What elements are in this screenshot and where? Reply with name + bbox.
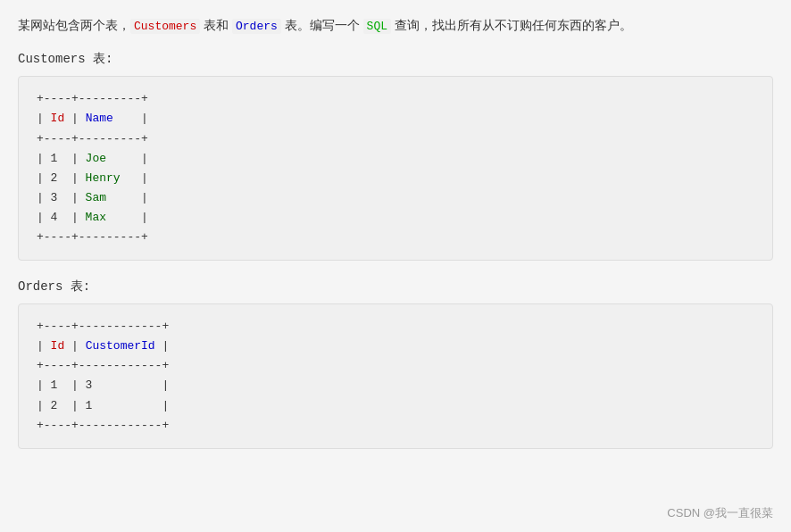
orders-title-suffix: 表: — [62, 279, 90, 294]
orders-table-pre: +----+------------+ | Id | CustomerId | … — [37, 317, 754, 436]
intro-text-middle2: 表。编写一个 — [281, 18, 363, 32]
orders-table-box: +----+------------+ | Id | CustomerId | … — [18, 303, 773, 449]
watermark-text: CSDN @我一直很菜 — [667, 506, 773, 520]
intro-paragraph: 某网站包含两个表，Customers 表和 Orders 表。编写一个 SQL … — [18, 14, 773, 37]
orders-section: Orders 表: +----+------------+ | Id | Cus… — [18, 278, 773, 449]
intro-text-before: 某网站包含两个表， — [18, 18, 130, 32]
customers-title-suffix: 表: — [86, 52, 113, 66]
orders-title-prefix: Orders — [18, 279, 62, 294]
customers-section: Customers 表: +----+---------+ | Id | Nam… — [18, 51, 773, 261]
customers-title-prefix: Customers — [18, 52, 86, 66]
customers-table-pre: +----+---------+ | Id | Name | +----+---… — [37, 89, 754, 247]
sql-inline-code: SQL — [363, 19, 391, 34]
orders-title: Orders 表: — [18, 278, 773, 295]
customers-inline-code: Customers — [130, 19, 200, 34]
customers-table-box: +----+---------+ | Id | Name | +----+---… — [18, 76, 773, 261]
customers-title: Customers 表: — [18, 51, 773, 67]
watermark: CSDN @我一直很菜 — [667, 505, 773, 521]
intro-text-after: 查询，找出所有从不订购任何东西的客户。 — [391, 18, 632, 32]
orders-inline-code: Orders — [232, 19, 281, 34]
intro-text-middle1: 表和 — [200, 18, 232, 32]
